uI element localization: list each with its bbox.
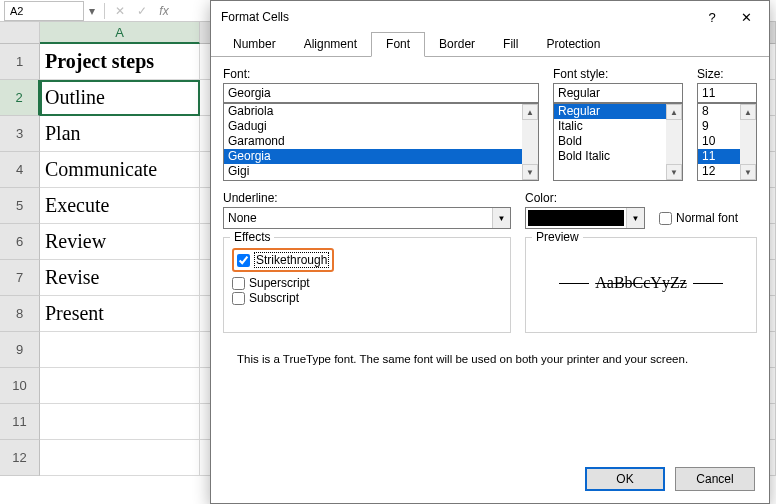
list-item[interactable]: Italic — [554, 119, 682, 134]
chevron-down-icon: ▼ — [626, 208, 644, 228]
fx-icon[interactable]: fx — [153, 1, 175, 21]
cell[interactable]: Outline — [40, 80, 200, 116]
cell[interactable] — [40, 404, 200, 440]
underline-combo[interactable]: None ▼ — [223, 207, 511, 229]
font-scrollbar[interactable]: ▲▼ — [522, 104, 538, 180]
ok-button[interactable]: OK — [585, 467, 665, 491]
row-head[interactable]: 11 — [0, 404, 40, 440]
col-head-a[interactable]: A — [40, 22, 200, 44]
namebox[interactable]: A2 — [4, 1, 84, 21]
preview-text: AaBbCcYyZz — [595, 274, 687, 292]
tab-number[interactable]: Number — [219, 33, 290, 56]
row-head[interactable]: 7 — [0, 260, 40, 296]
tabstrip: NumberAlignmentFontBorderFillProtection — [211, 33, 769, 57]
size-listbox[interactable]: 8910111214 ▲▼ — [697, 103, 757, 181]
cell[interactable]: Project steps — [40, 44, 200, 80]
row-head[interactable]: 4 — [0, 152, 40, 188]
tab-fill[interactable]: Fill — [489, 33, 532, 56]
size-label: Size: — [697, 67, 757, 81]
dialog-title: Format Cells — [221, 10, 695, 24]
font-note: This is a TrueType font. The same font w… — [223, 333, 757, 365]
strikethrough-checkbox[interactable]: Strikethrough — [237, 252, 329, 268]
subscript-checkbox[interactable]: Subscript — [232, 291, 502, 305]
list-item[interactable]: Bold Italic — [554, 149, 682, 164]
list-item[interactable]: Gabriola — [224, 104, 538, 119]
row-head[interactable]: 6 — [0, 224, 40, 260]
list-item[interactable]: Georgia — [224, 149, 538, 164]
normal-font-checkbox[interactable]: Normal font — [659, 211, 738, 225]
superscript-checkbox[interactable]: Superscript — [232, 276, 502, 290]
help-button[interactable]: ? — [695, 3, 729, 31]
preview-group-label: Preview — [532, 230, 583, 244]
normal-font-label: Normal font — [676, 211, 738, 225]
tab-alignment[interactable]: Alignment — [290, 33, 371, 56]
cell[interactable] — [40, 440, 200, 476]
effects-group-label: Effects — [230, 230, 274, 244]
namebox-value: A2 — [10, 5, 23, 17]
tab-border[interactable]: Border — [425, 33, 489, 56]
superscript-label: Superscript — [249, 276, 310, 290]
size-input[interactable] — [697, 83, 757, 103]
close-button[interactable]: ✕ — [729, 3, 763, 31]
cell[interactable]: Review — [40, 224, 200, 260]
color-combo[interactable]: ▼ — [525, 207, 645, 229]
cancel-formula-icon: ✕ — [109, 1, 131, 21]
cancel-button[interactable]: Cancel — [675, 467, 755, 491]
tab-font[interactable]: Font — [371, 32, 425, 57]
strikethrough-label: Strikethrough — [254, 252, 329, 268]
tab-protection[interactable]: Protection — [532, 33, 614, 56]
cell[interactable] — [40, 332, 200, 368]
style-input[interactable] — [553, 83, 683, 103]
row-head[interactable]: 8 — [0, 296, 40, 332]
list-item[interactable]: Gill Sans MT — [224, 179, 538, 181]
dialog-titlebar[interactable]: Format Cells ? ✕ — [211, 1, 769, 33]
row-head[interactable]: 2 — [0, 80, 40, 116]
namebox-dropdown[interactable]: ▾ — [84, 4, 100, 18]
style-listbox[interactable]: RegularItalicBoldBold Italic ▲▼ — [553, 103, 683, 181]
style-scrollbar[interactable]: ▲▼ — [666, 104, 682, 180]
list-item[interactable]: Gigi — [224, 164, 538, 179]
row-head[interactable]: 9 — [0, 332, 40, 368]
color-label: Color: — [525, 191, 757, 205]
font-label: Font: — [223, 67, 539, 81]
cell[interactable]: Present — [40, 296, 200, 332]
cell[interactable]: Plan — [40, 116, 200, 152]
row-head[interactable]: 1 — [0, 44, 40, 80]
cell[interactable]: Revise — [40, 260, 200, 296]
accept-formula-icon: ✓ — [131, 1, 153, 21]
chevron-down-icon: ▼ — [492, 208, 510, 228]
preview-area: AaBbCcYyZz — [534, 248, 748, 318]
subscript-label: Subscript — [249, 291, 299, 305]
size-scrollbar[interactable]: ▲▼ — [740, 104, 756, 180]
font-input[interactable] — [223, 83, 539, 103]
row-head[interactable]: 3 — [0, 116, 40, 152]
font-listbox[interactable]: GabriolaGadugiGaramondGeorgiaGigiGill Sa… — [223, 103, 539, 181]
color-swatch — [528, 210, 624, 226]
row-head[interactable]: 12 — [0, 440, 40, 476]
style-label: Font style: — [553, 67, 683, 81]
select-all-corner[interactable] — [0, 22, 40, 44]
list-item[interactable]: Bold — [554, 134, 682, 149]
format-cells-dialog: Format Cells ? ✕ NumberAlignmentFontBord… — [210, 0, 770, 504]
row-head[interactable]: 5 — [0, 188, 40, 224]
list-item[interactable]: Regular — [554, 104, 682, 119]
underline-value: None — [228, 211, 257, 225]
row-head[interactable]: 10 — [0, 368, 40, 404]
list-item[interactable]: Gadugi — [224, 119, 538, 134]
underline-label: Underline: — [223, 191, 511, 205]
cell[interactable]: Execute — [40, 188, 200, 224]
cell[interactable] — [40, 368, 200, 404]
list-item[interactable]: Garamond — [224, 134, 538, 149]
cell[interactable]: Communicate — [40, 152, 200, 188]
